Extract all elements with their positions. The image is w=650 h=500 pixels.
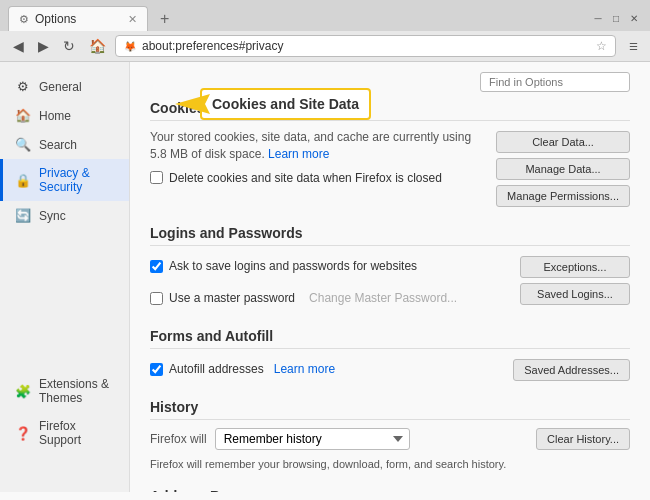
ask-logins-label: Ask to save logins and passwords for web…	[169, 259, 417, 273]
master-password-row: Use a master password Change Master Pass…	[150, 291, 510, 305]
menu-icon[interactable]: ☰	[624, 37, 642, 55]
history-dropdown[interactable]: Remember historyNever remember historyUs…	[215, 428, 410, 450]
change-master-label: Change Master Password...	[309, 291, 457, 305]
sidebar-label-home: Home	[39, 109, 71, 123]
saved-addresses-button[interactable]: Saved Addresses...	[513, 359, 630, 381]
logins-buttons: Exceptions... Saved Logins...	[520, 254, 630, 310]
delete-cookies-label: Delete cookies and site data when Firefo…	[169, 171, 442, 185]
maximize-button[interactable]: □	[608, 11, 624, 27]
sidebar-label-sync: Sync	[39, 209, 66, 223]
sidebar-item-privacy[interactable]: 🔒 Privacy & Security	[0, 159, 129, 201]
address-bar[interactable]: 🦊 about:preferences#privacy ☆	[115, 35, 616, 57]
delete-cookies-checkbox[interactable]	[150, 171, 163, 184]
cookies-content: Your stored cookies, site data, and cach…	[150, 129, 630, 207]
sidebar-label-extensions: Extensions & Themes	[39, 377, 117, 405]
sync-icon: 🔄	[15, 208, 31, 223]
master-password-label: Use a master password	[169, 291, 295, 305]
clear-history-button[interactable]: Clear History...	[536, 428, 630, 450]
logins-content: Ask to save logins and passwords for web…	[150, 254, 630, 310]
find-bar	[150, 72, 630, 92]
sidebar-item-sync[interactable]: 🔄 Sync	[0, 201, 129, 230]
sidebar-item-extensions[interactable]: 🧩 Extensions & Themes	[0, 370, 129, 412]
sidebar-item-search[interactable]: 🔍 Search	[0, 130, 129, 159]
active-tab[interactable]: ⚙ Options ✕	[8, 6, 148, 31]
sidebar-item-general[interactable]: ⚙ General	[0, 72, 129, 101]
ask-logins-row: Ask to save logins and passwords for web…	[150, 259, 510, 273]
cookies-section: Cookies and Site Data Your stored cookie…	[150, 100, 630, 207]
toolbar-icons: ☰	[624, 37, 642, 55]
forward-button[interactable]: ▶	[33, 36, 54, 56]
nav-bar: ◀ ▶ ↻ 🏠 🦊 about:preferences#privacy ☆ ☰	[0, 31, 650, 61]
privacy-icon: 🔒	[15, 173, 31, 188]
main-layout: ⚙ General 🏠 Home 🔍 Search 🔒 Privacy & Se…	[0, 62, 650, 492]
home-icon: 🏠	[15, 108, 31, 123]
logins-main: Ask to save logins and passwords for web…	[150, 254, 510, 310]
history-row: Firefox will Remember historyNever remem…	[150, 428, 630, 450]
close-button[interactable]: ✕	[626, 11, 642, 27]
address-text: about:preferences#privacy	[142, 39, 590, 53]
tab-title: Options	[35, 12, 76, 26]
history-inner: Firefox will Remember historyNever remem…	[150, 428, 630, 470]
new-tab-button[interactable]: +	[154, 8, 175, 30]
history-title: History	[150, 399, 630, 420]
bookmark-icon[interactable]: ☆	[596, 39, 607, 53]
ask-logins-checkbox[interactable]	[150, 260, 163, 273]
exceptions-button[interactable]: Exceptions...	[520, 256, 630, 278]
autofill-learn-more[interactable]: Learn more	[274, 362, 335, 376]
cookies-title: Cookies and Site Data	[150, 100, 630, 121]
delete-cookies-checkbox-row: Delete cookies and site data when Firefo…	[150, 171, 486, 185]
browser-chrome: ⚙ Options ✕ + ─ □ ✕ ◀ ▶ ↻ 🏠 🦊 about:pref…	[0, 0, 650, 62]
sidebar-label-support: Firefox Support	[39, 419, 117, 447]
general-icon: ⚙	[15, 79, 31, 94]
cookies-learn-more[interactable]: Learn more	[268, 147, 329, 161]
clear-data-button[interactable]: Clear Data...	[496, 131, 630, 153]
forms-main: Autofill addresses Learn more	[150, 357, 503, 381]
lock-icon: 🦊	[124, 41, 136, 52]
extensions-icon: 🧩	[15, 384, 31, 399]
cookies-main: Your stored cookies, site data, and cach…	[150, 129, 486, 207]
support-icon: ❓	[15, 426, 31, 441]
history-section: History Firefox will Remember historyNev…	[150, 399, 630, 470]
autofill-row: Autofill addresses Learn more	[150, 362, 503, 376]
sidebar-label-search: Search	[39, 138, 77, 152]
autofill-label: Autofill addresses	[169, 362, 264, 376]
forms-buttons: Saved Addresses...	[513, 357, 630, 381]
tab-icon: ⚙	[19, 13, 29, 26]
history-note: Firefox will remember your browsing, dow…	[150, 458, 630, 470]
saved-logins-button[interactable]: Saved Logins...	[520, 283, 630, 305]
master-password-checkbox[interactable]	[150, 292, 163, 305]
sidebar-label-privacy: Privacy & Security	[39, 166, 117, 194]
logins-section: Logins and Passwords Ask to save logins …	[150, 225, 630, 310]
find-input[interactable]	[480, 72, 630, 92]
window-controls: ─ □ ✕	[590, 11, 642, 27]
content-area: Cookies and Site Data Your stored cookie…	[130, 62, 650, 492]
home-button[interactable]: 🏠	[84, 36, 111, 56]
tab-bar: ⚙ Options ✕ + ─ □ ✕	[0, 0, 650, 31]
back-button[interactable]: ◀	[8, 36, 29, 56]
sidebar-item-support[interactable]: ❓ Firefox Support	[0, 412, 129, 454]
refresh-button[interactable]: ↻	[58, 36, 80, 56]
firefox-will-label: Firefox will	[150, 432, 207, 446]
logins-title: Logins and Passwords	[150, 225, 630, 246]
forms-title: Forms and Autofill	[150, 328, 630, 349]
cookies-buttons: Clear Data... Manage Data... Manage Perm…	[496, 129, 630, 207]
sidebar-item-home[interactable]: 🏠 Home	[0, 101, 129, 130]
search-sidebar-icon: 🔍	[15, 137, 31, 152]
forms-section: Forms and Autofill Autofill addresses Le…	[150, 328, 630, 381]
autofill-checkbox[interactable]	[150, 363, 163, 376]
tab-close-button[interactable]: ✕	[128, 13, 137, 26]
manage-data-button[interactable]: Manage Data...	[496, 158, 630, 180]
manage-permissions-button[interactable]: Manage Permissions...	[496, 185, 630, 207]
forms-content: Autofill addresses Learn more Saved Addr…	[150, 357, 630, 381]
minimize-button[interactable]: ─	[590, 11, 606, 27]
address-bar-section: Address Bar	[150, 488, 630, 492]
cookies-desc: Your stored cookies, site data, and cach…	[150, 129, 486, 163]
sidebar-label-general: General	[39, 80, 82, 94]
sidebar: ⚙ General 🏠 Home 🔍 Search 🔒 Privacy & Se…	[0, 62, 130, 492]
address-bar-title: Address Bar	[150, 488, 630, 492]
